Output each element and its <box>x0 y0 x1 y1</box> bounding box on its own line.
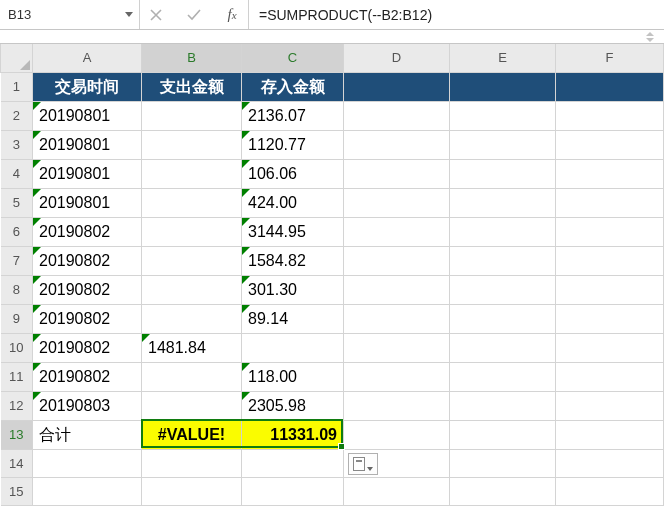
cell-D9[interactable] <box>344 304 450 333</box>
row-header-15[interactable]: 15 <box>1 477 33 505</box>
cell-E8[interactable] <box>450 275 556 304</box>
row-header-12[interactable]: 12 <box>1 391 33 420</box>
row-header-13[interactable]: 13 <box>1 420 33 449</box>
cell-A13[interactable]: 合计 <box>33 420 142 449</box>
cell-D6[interactable] <box>344 217 450 246</box>
cell-B9[interactable] <box>142 304 242 333</box>
cell-A5[interactable]: 20190801 <box>33 188 142 217</box>
row-header-2[interactable]: 2 <box>1 101 33 130</box>
cell-D5[interactable] <box>344 188 450 217</box>
cell-C2[interactable]: 2136.07 <box>242 101 344 130</box>
cell-A6[interactable]: 20190802 <box>33 217 142 246</box>
cell-A4[interactable]: 20190801 <box>33 159 142 188</box>
cell-C8[interactable]: 301.30 <box>242 275 344 304</box>
cell-D13[interactable] <box>344 420 450 449</box>
cell-B14[interactable] <box>142 449 242 477</box>
cell-E7[interactable] <box>450 246 556 275</box>
cell-C7[interactable]: 1584.82 <box>242 246 344 275</box>
cancel-icon[interactable] <box>148 9 164 21</box>
col-header-F[interactable]: F <box>556 44 664 72</box>
cell-A11[interactable]: 20190802 <box>33 362 142 391</box>
cell-B2[interactable] <box>142 101 242 130</box>
cell-D4[interactable] <box>344 159 450 188</box>
row-header-5[interactable]: 5 <box>1 188 33 217</box>
cell-F7[interactable] <box>556 246 664 275</box>
cell-B15[interactable] <box>142 477 242 505</box>
cell-B1[interactable]: 支出金额 <box>142 72 242 101</box>
autofill-options-button[interactable] <box>348 453 378 475</box>
cell-E14[interactable] <box>450 449 556 477</box>
cell-D12[interactable] <box>344 391 450 420</box>
cell-B7[interactable] <box>142 246 242 275</box>
formula-bar-resize[interactable] <box>0 30 664 44</box>
row-header-1[interactable]: 1 <box>1 72 33 101</box>
cell-D2[interactable] <box>344 101 450 130</box>
row-header-10[interactable]: 10 <box>1 333 33 362</box>
row-header-9[interactable]: 9 <box>1 304 33 333</box>
cell-F4[interactable] <box>556 159 664 188</box>
cell-A7[interactable]: 20190802 <box>33 246 142 275</box>
name-box[interactable] <box>8 7 121 22</box>
cell-E1[interactable] <box>450 72 556 101</box>
cell-C11[interactable]: 118.00 <box>242 362 344 391</box>
cell-E2[interactable] <box>450 101 556 130</box>
cell-D15[interactable] <box>344 477 450 505</box>
col-header-A[interactable]: A <box>33 44 142 72</box>
cell-B12[interactable] <box>142 391 242 420</box>
cell-B8[interactable] <box>142 275 242 304</box>
cell-C5[interactable]: 424.00 <box>242 188 344 217</box>
cell-F10[interactable] <box>556 333 664 362</box>
col-header-B[interactable]: B <box>142 44 242 72</box>
cell-B6[interactable] <box>142 217 242 246</box>
row-header-7[interactable]: 7 <box>1 246 33 275</box>
cell-E6[interactable] <box>450 217 556 246</box>
cell-B5[interactable] <box>142 188 242 217</box>
cell-E15[interactable] <box>450 477 556 505</box>
row-header-11[interactable]: 11 <box>1 362 33 391</box>
cell-A14[interactable] <box>33 449 142 477</box>
cell-D3[interactable] <box>344 130 450 159</box>
cell-E3[interactable] <box>450 130 556 159</box>
row-header-3[interactable]: 3 <box>1 130 33 159</box>
cell-C6[interactable]: 3144.95 <box>242 217 344 246</box>
cell-F2[interactable] <box>556 101 664 130</box>
cell-A10[interactable]: 20190802 <box>33 333 142 362</box>
cell-F5[interactable] <box>556 188 664 217</box>
cell-B11[interactable] <box>142 362 242 391</box>
cell-E10[interactable] <box>450 333 556 362</box>
cell-C15[interactable] <box>242 477 344 505</box>
cell-F9[interactable] <box>556 304 664 333</box>
cell-E4[interactable] <box>450 159 556 188</box>
name-box-dropdown-icon[interactable] <box>125 12 133 17</box>
cell-E5[interactable] <box>450 188 556 217</box>
cell-A1[interactable]: 交易时间 <box>33 72 142 101</box>
cell-F6[interactable] <box>556 217 664 246</box>
cell-F8[interactable] <box>556 275 664 304</box>
cell-A9[interactable]: 20190802 <box>33 304 142 333</box>
cell-A2[interactable]: 20190801 <box>33 101 142 130</box>
cell-F13[interactable] <box>556 420 664 449</box>
col-header-E[interactable]: E <box>450 44 556 72</box>
cell-C1[interactable]: 存入金额 <box>242 72 344 101</box>
fx-icon[interactable]: fx <box>224 6 240 23</box>
cell-D1[interactable] <box>344 72 450 101</box>
cell-E12[interactable] <box>450 391 556 420</box>
cell-D8[interactable] <box>344 275 450 304</box>
cell-A8[interactable]: 20190802 <box>33 275 142 304</box>
cell-D11[interactable] <box>344 362 450 391</box>
cell-E9[interactable] <box>450 304 556 333</box>
formula-input[interactable] <box>249 7 664 23</box>
confirm-icon[interactable] <box>186 9 202 21</box>
col-header-D[interactable]: D <box>344 44 450 72</box>
cell-E13[interactable] <box>450 420 556 449</box>
cell-F1[interactable] <box>556 72 664 101</box>
cell-A3[interactable]: 20190801 <box>33 130 142 159</box>
cell-B4[interactable] <box>142 159 242 188</box>
cell-F11[interactable] <box>556 362 664 391</box>
cell-E11[interactable] <box>450 362 556 391</box>
cell-A12[interactable]: 20190803 <box>33 391 142 420</box>
row-header-8[interactable]: 8 <box>1 275 33 304</box>
select-all-corner[interactable] <box>1 44 33 72</box>
cell-F12[interactable] <box>556 391 664 420</box>
cell-B3[interactable] <box>142 130 242 159</box>
